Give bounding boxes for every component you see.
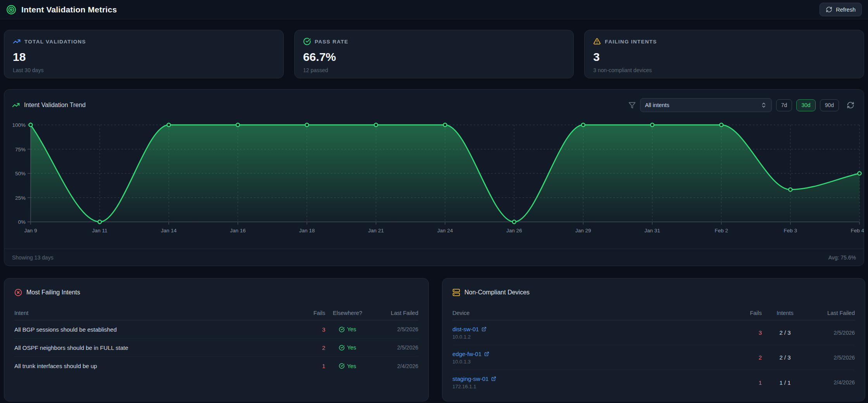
elsewhere-badge: Yes bbox=[339, 363, 356, 369]
check-circle-icon bbox=[303, 38, 311, 45]
svg-text:Feb 2: Feb 2 bbox=[714, 228, 728, 233]
fails-count: 3 bbox=[322, 326, 325, 333]
svg-text:Jan 16: Jan 16 bbox=[230, 228, 246, 233]
svg-text:25%: 25% bbox=[15, 195, 26, 201]
svg-text:0%: 0% bbox=[18, 219, 26, 225]
device-link[interactable]: edge-fw-01 bbox=[452, 351, 704, 357]
svg-text:75%: 75% bbox=[15, 147, 26, 152]
stat-label: FAILING INTENTS bbox=[605, 39, 657, 45]
column-header-device: Device bbox=[452, 310, 704, 316]
device-ip: 10.0.1.3 bbox=[452, 359, 704, 365]
refresh-button[interactable]: Refresh bbox=[820, 3, 862, 16]
svg-text:Feb 4: Feb 4 bbox=[851, 228, 864, 233]
range-button-7d[interactable]: 7d bbox=[776, 99, 792, 111]
column-header-fails: Fails bbox=[750, 310, 762, 316]
trend-header: Intent Validation Trend All intents 7d 3… bbox=[4, 90, 864, 121]
trending-up-icon bbox=[12, 101, 20, 109]
fails-count: 2 bbox=[759, 354, 762, 361]
last-failed-date: 2/5/2026 bbox=[834, 330, 855, 336]
last-failed-date: 2/4/2026 bbox=[834, 379, 855, 386]
column-header-intent: Intent bbox=[14, 310, 286, 316]
table-row: All OSPF neighbors should be in FULL sta… bbox=[14, 339, 418, 357]
refresh-button-label: Refresh bbox=[836, 7, 856, 13]
intent-filter-value: All intents bbox=[645, 102, 670, 108]
last-failed-date: 2/4/2026 bbox=[397, 363, 419, 369]
external-link-icon bbox=[481, 327, 487, 332]
top-bar: Intent Validation Metrics Refresh bbox=[0, 0, 868, 19]
stat-cards-row: TOTAL VALIDATIONS 18 Last 30 days PASS R… bbox=[4, 30, 864, 78]
check-circle-icon bbox=[339, 345, 345, 351]
table-row: edge-fw-01 10.0.1.3 2 2 / 3 2/5/2026 bbox=[452, 345, 855, 370]
svg-text:Jan 9: Jan 9 bbox=[24, 228, 37, 233]
last-failed-date: 2/5/2026 bbox=[397, 344, 419, 351]
trend-footer: Showing 13 days Avg: 75.6% bbox=[4, 249, 864, 266]
server-icon bbox=[452, 289, 460, 296]
intent-filter-select[interactable]: All intents bbox=[640, 98, 772, 112]
stat-card-pass-rate: PASS RATE 66.7% 12 passed bbox=[294, 30, 574, 78]
svg-text:Jan 21: Jan 21 bbox=[368, 228, 384, 233]
svg-text:Jan 26: Jan 26 bbox=[506, 228, 522, 233]
chevrons-up-down-icon bbox=[761, 102, 767, 108]
device-link[interactable]: staging-sw-01 bbox=[452, 375, 704, 382]
intents-table-header: Intent Fails Elsewhere? Last Failed bbox=[14, 306, 418, 320]
intent-name: All trunk interfaces should be up bbox=[14, 363, 286, 369]
fails-count: 1 bbox=[759, 379, 762, 386]
intent-name: All OSPF neighbors should be in FULL sta… bbox=[14, 344, 286, 351]
device-link[interactable]: dist-sw-01 bbox=[452, 326, 704, 332]
svg-text:50%: 50% bbox=[15, 171, 26, 176]
column-header-intents: Intents bbox=[777, 310, 794, 316]
elsewhere-badge: Yes bbox=[339, 326, 356, 332]
stat-value: 66.7% bbox=[303, 50, 565, 64]
table-row: staging-sw-01 172.16.1.1 1 1 / 1 2/4/202… bbox=[452, 370, 855, 395]
intents-ratio: 1 / 1 bbox=[779, 379, 790, 386]
average-label: Avg: 75.6% bbox=[828, 254, 856, 261]
stat-label: TOTAL VALIDATIONS bbox=[24, 39, 86, 45]
external-link-icon bbox=[491, 376, 496, 381]
svg-text:Jan 11: Jan 11 bbox=[92, 228, 107, 233]
range-button-30d[interactable]: 30d bbox=[796, 99, 815, 111]
intents-ratio: 2 / 3 bbox=[779, 354, 790, 361]
page-title: Intent Validation Metrics bbox=[21, 5, 117, 14]
table-row: All BGP sessions should be established 3… bbox=[14, 320, 418, 339]
last-failed-date: 2/5/2026 bbox=[834, 355, 855, 361]
column-header-last-failed: Last Failed bbox=[827, 310, 855, 316]
stat-card-total-validations: TOTAL VALIDATIONS 18 Last 30 days bbox=[4, 30, 284, 78]
stat-subtext: 3 non-compliant devices bbox=[593, 67, 855, 73]
x-circle-icon bbox=[14, 289, 22, 296]
panel-title: Non-Compliant Devices bbox=[464, 289, 530, 296]
column-header-elsewhere: Elsewhere? bbox=[333, 310, 362, 316]
trending-up-icon bbox=[13, 38, 21, 45]
range-button-90d[interactable]: 90d bbox=[820, 99, 839, 111]
fails-count: 3 bbox=[759, 329, 762, 336]
most-failing-intents-panel: Most Failing Intents Intent Fails Elsewh… bbox=[4, 278, 429, 401]
stat-label: PASS RATE bbox=[315, 39, 349, 45]
showing-days-label: Showing 13 days bbox=[12, 254, 53, 261]
trend-title: Intent Validation Trend bbox=[24, 102, 86, 109]
devices-table-header: Device Fails Intents Last Failed bbox=[452, 306, 855, 320]
table-row: All trunk interfaces should be up 1 Yes … bbox=[14, 357, 418, 375]
intent-name: All BGP sessions should be established bbox=[14, 326, 286, 333]
stat-card-failing-intents: FAILING INTENTS 3 3 non-compliant device… bbox=[584, 30, 864, 78]
stat-value: 3 bbox=[593, 50, 855, 64]
svg-text:Feb 3: Feb 3 bbox=[784, 228, 797, 233]
svg-text:100%: 100% bbox=[12, 122, 26, 128]
elsewhere-badge: Yes bbox=[339, 344, 356, 351]
column-header-fails: Fails bbox=[313, 310, 325, 316]
svg-text:Jan 31: Jan 31 bbox=[644, 228, 660, 233]
check-circle-icon bbox=[339, 327, 345, 332]
stat-subtext: 12 passed bbox=[303, 67, 565, 73]
chart-refresh-icon[interactable] bbox=[845, 100, 856, 111]
external-link-icon bbox=[484, 351, 489, 356]
filter-icon bbox=[628, 102, 636, 109]
column-header-last-failed: Last Failed bbox=[391, 310, 418, 316]
trend-panel: Intent Validation Trend All intents 7d 3… bbox=[4, 89, 864, 266]
panel-title: Most Failing Intents bbox=[26, 289, 80, 296]
svg-text:Jan 24: Jan 24 bbox=[437, 228, 453, 233]
check-circle-icon bbox=[339, 363, 345, 369]
intents-ratio: 2 / 3 bbox=[779, 329, 790, 336]
svg-text:Jan 18: Jan 18 bbox=[299, 228, 315, 233]
device-ip: 172.16.1.1 bbox=[452, 384, 704, 389]
stat-subtext: Last 30 days bbox=[13, 67, 275, 73]
warning-triangle-icon bbox=[593, 38, 601, 45]
table-row: dist-sw-01 10.0.1.2 3 2 / 3 2/5/2026 bbox=[452, 320, 855, 345]
